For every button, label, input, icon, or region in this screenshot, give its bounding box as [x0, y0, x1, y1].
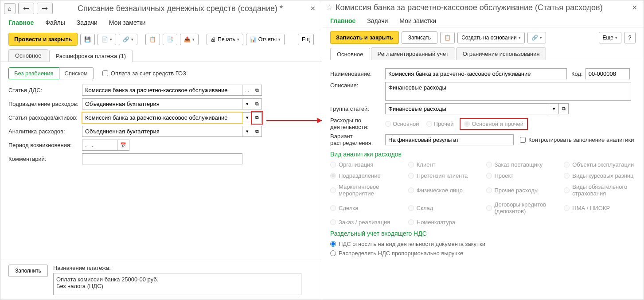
- analytics-section-title: Вид аналитики расходов: [330, 151, 636, 158]
- goz-checkbox-row[interactable]: Оплата за счет средств ГОЗ: [102, 70, 186, 77]
- menu-main-r[interactable]: Главное: [330, 17, 355, 24]
- subdivision-open-button[interactable]: ⧉: [252, 98, 262, 109]
- analytics-item: Прочие расходы: [486, 183, 558, 197]
- analytics-item: Организация: [330, 161, 402, 168]
- comment-label: Комментарий:: [8, 156, 82, 162]
- period-label: Период возникновения:: [8, 142, 82, 148]
- link-icon-button[interactable]: 🔗▾: [119, 34, 137, 45]
- back-button[interactable]: 🡐: [18, 3, 34, 14]
- analytics-item: Объекты эксплуатации: [564, 161, 636, 168]
- analytics-item: НМА / НИОКР: [564, 201, 636, 214]
- menu-notes[interactable]: Мои заметки: [109, 19, 146, 26]
- menu-tasks-r[interactable]: Задачи: [367, 17, 388, 24]
- print-button[interactable]: 🖨 Печать ▾: [207, 34, 243, 45]
- dds-open-button[interactable]: ⧉: [252, 85, 262, 96]
- fill-button[interactable]: Заполнить: [8, 265, 48, 277]
- analytics-item: Договоры кредитов (депозитов): [486, 201, 558, 214]
- purpose-label: Назначение платежа:: [53, 265, 314, 271]
- group-open-button[interactable]: ⧉: [559, 103, 569, 114]
- analytics-item: Склад: [408, 201, 480, 214]
- comment-input[interactable]: [82, 153, 242, 164]
- home-button[interactable]: ⌂: [4, 3, 16, 14]
- name-input[interactable]: [385, 68, 567, 79]
- arrow-annotation: [266, 120, 322, 121]
- analytics-drop-button[interactable]: ▾: [242, 126, 252, 137]
- subdivision-drop-button[interactable]: ▾: [242, 98, 252, 109]
- create-based-button[interactable]: Создать на основании ▾: [457, 32, 525, 43]
- vds-proportional[interactable]: Распределять НДС пропорционально выручке: [330, 250, 636, 257]
- analytics-item: Подразделение: [330, 172, 402, 179]
- goz-checkbox[interactable]: [102, 70, 108, 76]
- analytics-item: Физическое лицо: [408, 183, 480, 197]
- tool-button-1[interactable]: 📋: [145, 34, 160, 45]
- analytics-open-button[interactable]: ⧉: [252, 126, 262, 137]
- dds-input[interactable]: [82, 85, 242, 96]
- vds-by-activity[interactable]: НДС относить на вид деятельности докумен…: [330, 241, 636, 247]
- analytics-item: Заказ поставщику: [486, 161, 558, 168]
- analytics-item: Сделка: [330, 201, 402, 214]
- view-no-split[interactable]: Без разбиения: [8, 67, 59, 79]
- purpose-text[interactable]: Оплата комиссии банка 25000-00 руб. Без …: [53, 273, 301, 295]
- analytics-item: Номенклатура: [408, 219, 480, 226]
- period-input[interactable]: [82, 140, 117, 151]
- activity-main: Основной: [385, 121, 419, 127]
- tab-detail[interactable]: Расшифровка платежа (1): [49, 50, 133, 62]
- tab-restrict[interactable]: Ограничение использования: [456, 47, 546, 60]
- group-drop-button[interactable]: ▾: [549, 103, 559, 114]
- menu-notes-r[interactable]: Мои заметки: [399, 17, 436, 24]
- group-label: Группа статей:: [330, 105, 385, 112]
- subdivision-label: Подразделение расходов:: [8, 101, 82, 107]
- dds-more-button[interactable]: ...: [242, 85, 252, 96]
- analytics-item: Виды курсовых разниц: [564, 172, 636, 179]
- tool-button-2[interactable]: 📑: [163, 34, 177, 45]
- analytics-item: Клиент: [408, 161, 480, 168]
- vds-section-title: Раздельный учет входящего НДС: [330, 230, 636, 237]
- menu-files[interactable]: Файлы: [45, 19, 65, 26]
- tab-main-r[interactable]: Основное: [330, 48, 370, 60]
- menu-tasks[interactable]: Задачи: [77, 19, 98, 26]
- save-icon-button[interactable]: 💾: [80, 34, 95, 45]
- activity-other: Прочей: [426, 121, 454, 127]
- analytics-item: Виды обязательного страхования: [564, 183, 636, 197]
- expense-open-button[interactable]: ⧉: [252, 112, 262, 123]
- save-close-button[interactable]: Записать и закрыть: [330, 31, 399, 44]
- analytics-input[interactable]: [82, 126, 242, 137]
- dds-label: Статья ДДС:: [8, 87, 82, 94]
- close-icon[interactable]: ✕: [308, 5, 318, 12]
- expense-input[interactable]: [82, 112, 242, 123]
- tab-main[interactable]: Основное: [8, 49, 48, 62]
- save-button[interactable]: Записать: [402, 31, 437, 44]
- link-icon-button-r[interactable]: 🔗▾: [527, 32, 546, 43]
- post-icon-button[interactable]: 📄▾: [98, 34, 116, 45]
- desc-input[interactable]: Финансовые расходы: [385, 82, 631, 101]
- star-icon[interactable]: ☆: [326, 3, 333, 12]
- analytics-item: Маркетинговое мероприятие: [330, 183, 402, 197]
- analytics-item: Заказ / реализация: [330, 219, 402, 226]
- subdivision-input[interactable]: [82, 98, 242, 109]
- menu-main[interactable]: Главное: [8, 19, 34, 26]
- close-icon-right[interactable]: ✕: [629, 4, 640, 11]
- analytics-item: Претензия клиента: [408, 172, 480, 179]
- forward-button[interactable]: 🡒: [37, 3, 53, 14]
- code-input[interactable]: [585, 68, 630, 79]
- post-close-button[interactable]: Провести и закрыть: [8, 33, 78, 46]
- tool-button-3[interactable]: 📤▾: [180, 34, 199, 45]
- group-input[interactable]: [385, 103, 549, 114]
- period-calendar-button[interactable]: 📅: [117, 140, 129, 151]
- list-icon-button[interactable]: 📋: [440, 32, 455, 43]
- distrib-label: Вариант распределения:: [330, 133, 385, 146]
- control-analytics-check[interactable]: Контролировать заполнение аналитики: [520, 136, 634, 143]
- expense-drop-button[interactable]: ▾: [242, 112, 252, 123]
- tab-regulated[interactable]: Регламентированный учет: [371, 47, 455, 60]
- view-list[interactable]: Списком: [59, 67, 94, 79]
- more-button[interactable]: Ещ: [298, 34, 314, 45]
- distrib-input[interactable]: [385, 134, 514, 145]
- window-title-right: Комиссия банка за расчетно-кассовое обсл…: [336, 3, 627, 12]
- name-label: Наименование:: [330, 70, 385, 77]
- analytics-item: [486, 219, 558, 226]
- help-button[interactable]: ?: [624, 32, 636, 43]
- activity-label: Расходы по деятельности:: [330, 117, 385, 130]
- more-button-r[interactable]: Еще ▾: [599, 32, 621, 43]
- reports-button[interactable]: 📊 Отчеты ▾: [246, 34, 285, 45]
- activity-both: Основной и прочей: [461, 119, 527, 129]
